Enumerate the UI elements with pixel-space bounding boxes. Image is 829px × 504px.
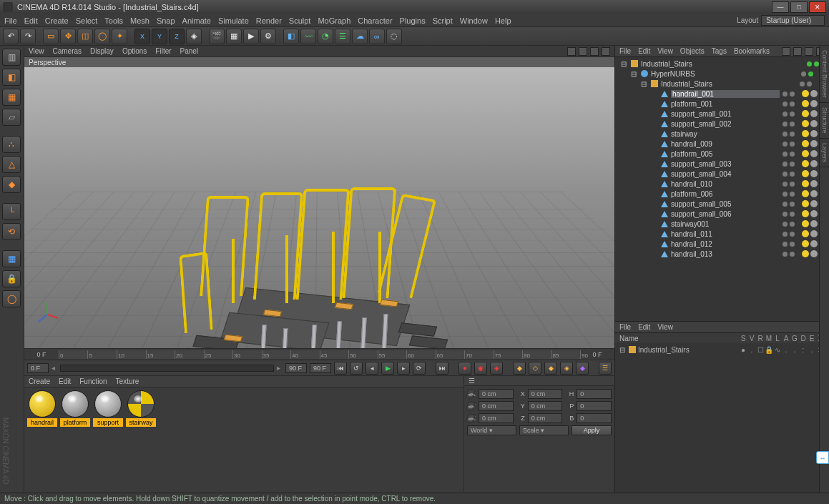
visibility-dot[interactable]	[790, 152, 795, 157]
visibility-dot[interactable]	[790, 112, 795, 117]
tree-expand-toggle[interactable]: ⊟	[641, 80, 648, 88]
rot-field[interactable]: 0	[577, 401, 612, 411]
object-tag-icon[interactable]	[810, 170, 818, 177]
render-settings-button[interactable]: ⚙	[260, 29, 276, 44]
tab-layers[interactable]: Layers	[820, 139, 829, 167]
layer-toggle[interactable]: ●	[739, 346, 747, 354]
layer-toggle[interactable]: 🔒	[765, 346, 773, 354]
object-name[interactable]: Industrial_Stairs	[641, 60, 804, 68]
layer-toggle[interactable]: .	[747, 346, 756, 354]
tree-row[interactable]: handrail_013	[615, 249, 829, 259]
goto-end-button[interactable]: ⏭	[436, 362, 448, 375]
key-param-button[interactable]: ◈	[560, 362, 573, 375]
lock-workplane-button[interactable]: 🔒	[2, 270, 21, 287]
object-tag-icon[interactable]	[802, 150, 809, 157]
menu-animate[interactable]: Animate	[182, 16, 211, 25]
mat-menu-texture[interactable]: Texture	[116, 377, 139, 385]
points-mode-button[interactable]: ∴	[2, 136, 21, 153]
planar-button[interactable]: ◯	[2, 290, 21, 307]
visibility-dot[interactable]	[783, 222, 788, 227]
range-end-field[interactable]: 90 F	[285, 363, 307, 373]
object-tag-icon[interactable]	[802, 90, 809, 97]
tree-row[interactable]: support_small_006	[615, 209, 829, 219]
loop-button[interactable]: ↺	[350, 362, 363, 375]
play-button[interactable]: ▶	[381, 362, 394, 375]
visibility-dot[interactable]	[814, 61, 819, 66]
next-frame-button[interactable]: ▸	[397, 362, 410, 375]
obj-search-icon[interactable]	[782, 47, 790, 56]
material-swatch[interactable]: support	[93, 390, 123, 427]
coord-system-button[interactable]: ◈	[186, 29, 202, 44]
layer-menu-file[interactable]: File	[619, 323, 631, 331]
object-name[interactable]: Industrial_Stairs	[661, 80, 797, 88]
range-start-field[interactable]: 0 F	[27, 363, 49, 373]
obj-eye-icon[interactable]	[805, 47, 813, 56]
visibility-dot[interactable]	[783, 162, 788, 167]
object-name[interactable]: stairway	[671, 130, 780, 138]
tree-row[interactable]: support_small_001	[615, 109, 829, 119]
rot-field[interactable]: 0	[577, 389, 612, 399]
coord-apply-button[interactable]: Apply	[572, 425, 612, 435]
object-tag-icon[interactable]	[802, 210, 809, 217]
viewport-menu-options[interactable]: Options	[122, 47, 147, 55]
visibility-dot[interactable]	[800, 81, 805, 87]
menu-tools[interactable]: Tools	[104, 16, 123, 25]
add-camera-button[interactable]: ∞	[369, 29, 385, 44]
tree-row[interactable]: handrail_012	[615, 239, 829, 249]
tree-row[interactable]: ⊟Industrial_Stairs	[615, 79, 829, 89]
viewport-zoom-icon[interactable]	[579, 47, 587, 56]
tree-row[interactable]: platform_006	[615, 189, 829, 199]
layer-toggle[interactable]: ☐	[756, 346, 765, 354]
object-name[interactable]: HyperNURBS	[651, 70, 798, 78]
coords-tab-icon[interactable]: ☰	[469, 377, 475, 385]
add-deformer-button[interactable]: ☰	[335, 29, 350, 44]
object-name[interactable]: handrail_011	[671, 230, 780, 238]
tree-row[interactable]: handrail_010	[615, 179, 829, 189]
key-scale-button[interactable]: ◇	[529, 362, 541, 375]
tree-expand-toggle[interactable]: ⊟	[621, 60, 628, 68]
menu-script[interactable]: Script	[433, 16, 453, 25]
record-button[interactable]: ●	[458, 362, 471, 375]
menu-snap[interactable]: Snap	[157, 16, 175, 25]
viewport-menu-panel[interactable]: Panel	[180, 47, 199, 55]
snap-button[interactable]: ⟲	[2, 223, 21, 240]
object-name[interactable]: stairway001	[671, 220, 780, 228]
timeline-slider[interactable]	[60, 365, 274, 372]
tab-content-browser[interactable]: Content Browser	[820, 46, 829, 103]
object-tag-icon[interactable]	[810, 210, 818, 217]
object-name[interactable]: handrail_001	[671, 90, 780, 98]
tree-row[interactable]: handrail_001	[615, 89, 829, 99]
object-tag-icon[interactable]	[810, 240, 818, 247]
tree-row[interactable]: platform_001	[615, 99, 829, 109]
object-tag-icon[interactable]	[802, 110, 809, 117]
lock-z-icon[interactable]: Z	[169, 29, 185, 44]
render-region-button[interactable]: ▦	[226, 29, 242, 44]
last-tool[interactable]: ✦	[112, 29, 127, 44]
menu-mesh[interactable]: Mesh	[130, 16, 149, 25]
visibility-dot[interactable]	[783, 252, 788, 257]
mat-menu-function[interactable]: Function	[79, 377, 107, 385]
key-rot-button[interactable]: ◆	[544, 362, 557, 375]
layer-toggle[interactable]: .	[808, 346, 816, 354]
object-name[interactable]: support_small_004	[671, 170, 780, 178]
key-pla-button[interactable]: ◆	[576, 362, 589, 375]
teamviewer-icon[interactable]: ↔	[816, 451, 829, 464]
menu-sculpt[interactable]: Sculpt	[289, 16, 311, 25]
visibility-dot[interactable]	[790, 202, 795, 207]
object-tag-icon[interactable]	[802, 160, 809, 167]
layer-toggle[interactable]: ∿	[773, 346, 782, 354]
object-name[interactable]: support_small_006	[671, 210, 780, 218]
material-swatch[interactable]: platform	[60, 390, 90, 427]
add-generator-button[interactable]: ◔	[318, 29, 333, 44]
obj-menu-tags[interactable]: Tags	[712, 47, 727, 55]
obj-home-icon[interactable]	[793, 47, 802, 56]
tree-row[interactable]: handrail_009	[615, 139, 829, 149]
tree-row[interactable]: support_small_004	[615, 169, 829, 179]
layer-toggle[interactable]: .	[790, 346, 799, 354]
render-pv-button[interactable]: ▶	[243, 29, 259, 44]
prev-frame-button[interactable]: ◂	[366, 362, 378, 375]
object-name[interactable]: support_small_003	[671, 160, 780, 168]
add-light-button[interactable]: ◌	[386, 29, 402, 44]
visibility-dot[interactable]	[790, 182, 795, 187]
obj-menu-objects[interactable]: Objects	[680, 47, 705, 55]
